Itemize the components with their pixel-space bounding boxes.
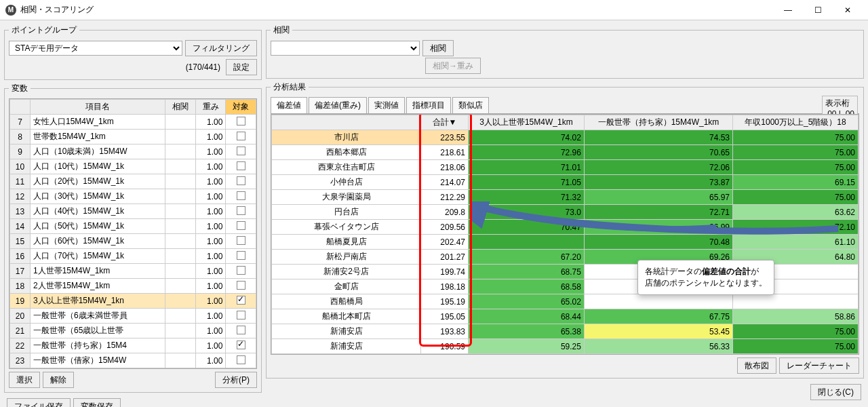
var-target[interactable]	[226, 309, 256, 324]
maximize-button[interactable]: ☐	[803, 1, 833, 20]
deselect-button[interactable]: 解除	[43, 372, 74, 388]
tab-deviation-weight[interactable]: 偏差値(重み)	[309, 97, 367, 113]
tab-similar[interactable]: 類似店	[452, 97, 489, 113]
variable-row[interactable]: 22一般世帯（持ち家）15M41.00	[10, 338, 256, 353]
result-row[interactable]: 新浦安店190.5959.2556.3375.00	[272, 339, 859, 354]
result-row[interactable]: 小仲台店214.0771.0573.8769.15	[272, 175, 859, 190]
close-window-button[interactable]: ✕	[833, 1, 863, 20]
save-file-button[interactable]: ファイル保存	[7, 398, 71, 407]
tab-indicator[interactable]: 指標項目	[406, 97, 451, 113]
var-target[interactable]	[226, 338, 256, 353]
result-row[interactable]: 円台店209.873.072.7163.62	[272, 205, 859, 220]
result-row[interactable]: 西船本郷店218.6172.9670.6575.00	[272, 145, 859, 160]
variable-row[interactable]: 14人口（50代）15M4W_1k1.00	[10, 219, 256, 234]
row-number: 20	[10, 309, 31, 324]
var-name: 人口（10代）15M4W_1k	[31, 159, 165, 174]
var-target[interactable]	[226, 353, 256, 368]
result-row[interactable]: 新浦安店193.8365.3853.4575.00	[272, 324, 859, 339]
tab-deviation[interactable]: 偏差値	[271, 97, 307, 113]
correlation-select[interactable]	[271, 41, 420, 56]
var-target[interactable]	[226, 189, 256, 204]
target-checkbox[interactable]	[237, 221, 245, 230]
target-checkbox[interactable]	[237, 341, 245, 349]
target-checkbox[interactable]	[237, 311, 245, 319]
var-target[interactable]	[226, 144, 256, 159]
store-value: 61.10	[733, 235, 859, 250]
var-name: 一般世帯（持ち家）15M4	[31, 338, 165, 353]
var-target[interactable]	[226, 130, 256, 144]
point-group-fieldset: ポイントグループ STAデモ用データ フィルタリング (170/441) 設定	[4, 24, 262, 80]
variable-row[interactable]: 13人口（40代）15M4W_1k1.00	[10, 204, 256, 219]
variable-row[interactable]: 8世帯数15M4W_1km1.00	[10, 130, 256, 144]
var-target[interactable]	[226, 294, 256, 309]
result-row[interactable]: 大泉学園薬局212.2971.3265.9775.00	[272, 190, 859, 205]
target-checkbox[interactable]	[237, 326, 245, 334]
radar-button[interactable]: レーダーチャート	[779, 357, 859, 374]
target-checkbox[interactable]	[237, 355, 245, 364]
variable-row[interactable]: 15人口（60代）15M4W_1k1.00	[10, 234, 256, 249]
save-vars-button[interactable]: 変数保存	[73, 398, 121, 407]
target-checkbox[interactable]	[237, 251, 245, 260]
tab-actual[interactable]: 実測値	[368, 97, 405, 113]
col-corr[interactable]: 相関	[165, 100, 196, 115]
analyze-button[interactable]: 分析(P)	[215, 372, 257, 388]
target-checkbox[interactable]	[237, 176, 245, 185]
settings-button[interactable]: 設定	[226, 59, 257, 75]
target-checkbox[interactable]	[237, 132, 245, 140]
target-checkbox[interactable]	[237, 147, 245, 155]
variable-row[interactable]: 16人口（70代）15M4W_1k1.00	[10, 249, 256, 264]
col-target[interactable]: 対象	[226, 100, 256, 115]
var-target[interactable]	[226, 174, 256, 189]
var-target[interactable]	[226, 234, 256, 249]
col-name[interactable]: 項目名	[31, 100, 165, 115]
col-c3[interactable]: 年収1000万以上_5階級）18	[733, 115, 859, 130]
variable-row[interactable]: 193人以上世帯15M4W_1kn1.00	[10, 294, 256, 309]
result-row[interactable]: 幕張ベイタウン店209.5670.4766.9972.10	[272, 220, 859, 235]
col-c1[interactable]: 3人以上世帯15M4W_1km	[469, 115, 585, 130]
col-total[interactable]: 合計▼	[421, 115, 469, 130]
var-target[interactable]	[226, 159, 256, 174]
target-checkbox[interactable]	[237, 296, 245, 305]
result-row[interactable]: 西船橋局195.1965.02	[272, 294, 859, 309]
dataset-select[interactable]: STAデモ用データ	[9, 41, 182, 56]
variable-row[interactable]: 20一般世帯（6歳未満世帯員1.00	[10, 309, 256, 324]
scatter-button[interactable]: 散布図	[737, 357, 776, 374]
result-row[interactable]: 西東京住吉町店218.0671.0172.0675.00	[272, 160, 859, 175]
select-button[interactable]: 選択	[9, 372, 40, 388]
results-table-wrap[interactable]: 合計▼ 3人以上世帯15M4W_1km 一般世帯（持ち家）15M4W_1km 年…	[271, 114, 859, 355]
col-c2[interactable]: 一般世帯（持ち家）15M4W_1km	[584, 115, 732, 130]
result-row[interactable]: 市川店223.5574.0274.5375.00	[272, 130, 859, 145]
close-button[interactable]: 閉じる(C)	[810, 384, 861, 400]
var-target[interactable]	[226, 115, 256, 130]
var-target[interactable]	[226, 324, 256, 338]
target-checkbox[interactable]	[237, 191, 245, 200]
variable-row[interactable]: 23一般世帯（借家）15M4W1.00	[10, 353, 256, 368]
filter-button[interactable]: フィルタリング	[185, 40, 257, 56]
target-checkbox[interactable]	[237, 117, 245, 125]
minimize-button[interactable]: —	[773, 1, 803, 20]
target-checkbox[interactable]	[237, 206, 245, 215]
var-target[interactable]	[226, 249, 256, 264]
variable-row[interactable]: 10人口（10代）15M4W_1k1.00	[10, 159, 256, 174]
variable-row[interactable]: 7女性人口15M4W_1km1.00	[10, 115, 256, 130]
var-target[interactable]	[226, 204, 256, 219]
var-target[interactable]	[226, 279, 256, 294]
result-row[interactable]: 船橋夏見店202.4770.4861.10	[272, 235, 859, 250]
correl-button[interactable]: 相関	[422, 40, 454, 56]
variable-row[interactable]: 12人口（30代）15M4W_1k1.00	[10, 189, 256, 204]
store-value: 67.20	[469, 250, 585, 265]
var-target[interactable]	[226, 219, 256, 234]
variable-row[interactable]: 9人口（10歳未満）15M4W1.00	[10, 144, 256, 159]
target-checkbox[interactable]	[237, 266, 245, 275]
variable-row[interactable]: 182人世帯15M4W_1km1.00	[10, 279, 256, 294]
result-row[interactable]: 船橋北本町店195.0568.4467.7558.86	[272, 309, 859, 324]
target-checkbox[interactable]	[237, 281, 245, 290]
target-checkbox[interactable]	[237, 236, 245, 245]
col-weight[interactable]: 重み	[195, 100, 226, 115]
var-target[interactable]	[226, 264, 256, 279]
variable-row[interactable]: 21一般世帯（65歳以上世帯1.00	[10, 324, 256, 338]
variable-row[interactable]: 11人口（20代）15M4W_1k1.00	[10, 174, 256, 189]
variables-table-wrap[interactable]: 項目名 相関 重み 対象 7女性人口15M4W_1km1.008世帯数15M4W…	[9, 98, 257, 369]
target-checkbox[interactable]	[237, 161, 245, 170]
variable-row[interactable]: 171人世帯15M4W_1km1.00	[10, 264, 256, 279]
